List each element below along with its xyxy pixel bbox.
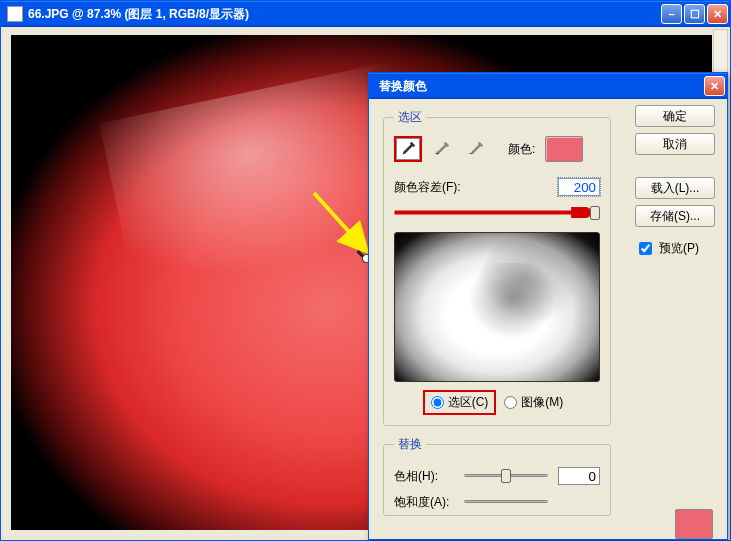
radio-selection[interactable]: 选区(C) [425,392,495,413]
hue-input[interactable] [558,467,600,485]
ok-button[interactable]: 确定 [635,105,715,127]
sample-color-swatch[interactable] [545,136,583,162]
document-title: 66.JPG @ 87.3% (图层 1, RGB/8/显示器) [28,6,661,23]
fuzziness-label: 颜色容差(F): [394,179,550,196]
selection-preview [394,232,600,382]
dialog-titlebar[interactable]: 替换颜色 ✕ [369,73,727,99]
dialog-side-buttons: 确定 取消 载入(L)... 存储(S)... 预览(P) [635,105,715,258]
selection-fieldset: 选区 + − 颜色: 颜色容差(F): [383,109,611,426]
radio-selection-input[interactable] [431,396,444,409]
selection-legend: 选区 [394,109,426,126]
dialog-close-button[interactable]: ✕ [704,76,725,96]
radio-image-label: 图像(M) [521,394,563,411]
eyedropper-subtract-icon: − [467,140,485,158]
fuzziness-input[interactable] [558,178,600,196]
eyedropper-add-tool[interactable]: + [428,136,456,162]
saturation-slider[interactable] [464,493,548,511]
cancel-button[interactable]: 取消 [635,133,715,155]
annotation-red-arrow-icon [391,207,594,218]
hue-slider-thumb[interactable] [501,469,511,483]
load-button[interactable]: 载入(L)... [635,177,715,199]
fuzziness-slider-thumb[interactable] [590,206,600,220]
preview-checkbox[interactable]: 预览(P) [635,239,715,258]
sample-color-label: 颜色: [508,141,535,158]
dialog-title: 替换颜色 [379,78,704,95]
hue-label: 色相(H): [394,468,454,485]
replacement-fieldset: 替换 色相(H): 饱和度(A): [383,436,611,516]
minimize-button[interactable]: – [661,4,682,24]
eyedropper-icon [399,140,417,158]
hue-slider[interactable] [464,467,548,485]
replace-color-dialog: 替换颜色 ✕ 确定 取消 载入(L)... 存储(S)... 预览(P) 选区 [368,72,728,540]
save-button[interactable]: 存储(S)... [635,205,715,227]
replace-legend: 替换 [394,436,426,453]
svg-text:+: + [435,149,440,158]
preview-checkbox-label: 预览(P) [659,240,699,257]
result-color-swatch[interactable] [675,509,713,539]
svg-text:−: − [469,149,474,158]
eyedropper-tool[interactable] [394,136,422,162]
radio-image-input[interactable] [504,396,517,409]
close-button[interactable]: ✕ [707,4,728,24]
radio-image[interactable]: 图像(M) [498,392,569,413]
document-titlebar[interactable]: 66.JPG @ 87.3% (图层 1, RGB/8/显示器) – ☐ ✕ [1,1,730,27]
eyedropper-add-icon: + [433,140,451,158]
maximize-button[interactable]: ☐ [684,4,705,24]
fuzziness-slider[interactable] [394,204,600,222]
document-file-icon [7,6,23,22]
preview-checkbox-input[interactable] [639,242,652,255]
preview-mode-radios: 选区(C) 图像(M) [394,392,600,413]
radio-selection-label: 选区(C) [448,394,489,411]
eyedropper-subtract-tool[interactable]: − [462,136,490,162]
saturation-label: 饱和度(A): [394,494,454,511]
eyedropper-row: + − 颜色: [394,136,600,162]
